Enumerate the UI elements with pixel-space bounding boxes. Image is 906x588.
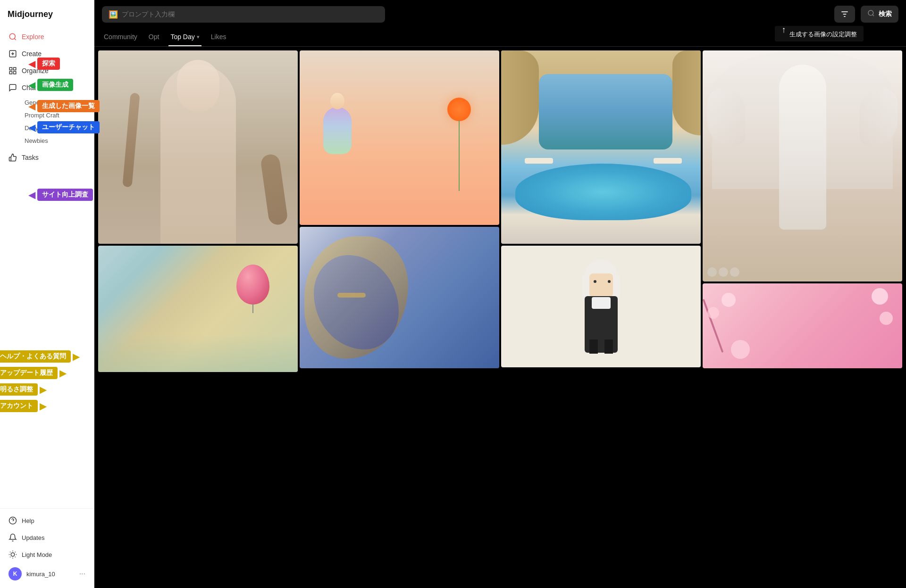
sidebar-item-help-label: Help [22,517,34,524]
account-username: kimura_10 [26,571,75,578]
tab-community[interactable]: Community [102,28,139,46]
svg-line-18 [10,557,10,557]
tasks-arrow: ◀ [28,189,35,200]
gallery-item-8[interactable] [703,283,902,368]
sidebar-item-explore-label: Explore [22,33,44,41]
sidebar-item-tasks[interactable]: Tasks [4,149,90,166]
help-icon [8,516,17,525]
help-arrow: ▶ [73,351,80,362]
svg-rect-7 [9,72,12,74]
create-arrow: ◀ [28,79,35,91]
chevron-down-icon: ▾ [197,34,200,40]
account-arrow: ▶ [40,400,47,412]
search-box[interactable]: 🖼️ [102,6,385,23]
tab-likes[interactable]: Likes [209,28,228,46]
avatar: K [8,567,22,580]
annot-explore: ◀ 探索 [28,58,60,70]
gallery-item-6[interactable] [300,227,499,368]
annot-tasks: ◀ サイト向上調査 [28,189,93,201]
svg-point-11 [11,553,15,556]
svg-line-19 [15,552,16,552]
main-content: 🖼️ 検索 ↑ 生成する画像の設定調整 Community Opt Top Da… [94,0,906,588]
annot-create: ◀ 画像生成 [28,79,73,91]
topbar-search-icon [867,9,875,19]
explore-arrow: ◀ [28,58,35,69]
gallery [94,47,906,588]
sidebar-nav: Explore Create Organize [0,27,94,508]
gallery-item-5[interactable] [98,246,298,372]
create-badge: 画像生成 [37,79,73,91]
tab-opt[interactable]: Opt [147,28,161,46]
svg-line-1 [14,38,16,40]
sidebar-item-lightmode[interactable]: Light Mode [4,547,90,563]
updates-icon [8,533,17,542]
account-menu-icon[interactable]: ··· [79,570,85,578]
chat-badge: ユーザーチャット [37,121,100,133]
explore-icon [8,33,17,41]
gallery-item-2[interactable] [300,50,499,225]
svg-line-15 [15,557,16,557]
organize-badge: 生成した画像一覧 [37,100,100,112]
sidebar-item-explore[interactable]: Explore [4,29,90,45]
search-label: 検索 [879,10,892,18]
filter-annotation: ↑ 生成する画像の設定調整 [775,26,864,41]
sidebar-item-tasks-label: Tasks [22,154,39,161]
lightmode-arrow: ▶ [40,384,47,395]
svg-rect-6 [14,67,16,70]
updates-arrow: ▶ [59,367,67,379]
annot-account: アカウント ▶ [0,400,47,412]
image-upload-icon: 🖼️ [109,10,118,19]
svg-rect-8 [14,72,16,74]
annot-lightmode: 明るさ調整 ▶ [0,383,47,396]
topbar: 🖼️ 検索 [94,0,906,28]
sub-newbies[interactable]: Newbies [20,135,90,147]
organize-arrow: ◀ [28,100,35,112]
sidebar-bottom: Help Updates Light Mode [0,508,94,588]
annot-organize: ◀ 生成した画像一覧 [28,100,100,112]
sidebar-item-help[interactable]: Help [4,513,90,529]
annot-help: ヘルプ・よくある質問 ▶ [0,350,80,363]
svg-line-14 [10,552,10,552]
chat-icon [8,83,17,92]
sidebar: Midjourney Explore Create [0,0,94,588]
lightmode-icon [8,550,17,559]
gallery-item-3[interactable] [501,50,701,244]
organize-icon [8,66,17,75]
logo: Midjourney [0,0,94,27]
updates-badge: アップデート履歴 [0,367,58,379]
gallery-item-7[interactable] [501,246,701,367]
chat-arrow: ◀ [28,122,35,133]
sidebar-item-updates[interactable]: Updates [4,530,90,546]
gallery-grid [98,50,902,372]
account-item[interactable]: K kimura_10 ··· [4,563,90,584]
lightmode-badge: 明るさ調整 [0,383,38,396]
create-icon [8,50,17,58]
tasks-icon [8,153,17,162]
tab-top-day[interactable]: Top Day ▾ [168,28,201,46]
gallery-item-4[interactable] [703,50,902,282]
explore-badge: 探索 [37,58,60,70]
tasks-badge: サイト向上調査 [37,189,93,201]
svg-point-23 [868,10,873,16]
account-badge: アカウント [0,400,38,412]
filter-button[interactable] [834,6,855,23]
help-badge: ヘルプ・よくある質問 [0,350,71,363]
sidebar-item-lightmode-label: Light Mode [22,551,52,558]
annot-chat: ◀ ユーザーチャット [28,121,100,133]
svg-rect-5 [9,67,12,70]
gallery-item-1[interactable] [98,50,298,244]
search-area[interactable]: 検索 [861,6,898,23]
sidebar-item-updates-label: Updates [22,534,44,541]
sidebar-item-create-label: Create [22,50,42,58]
svg-point-0 [9,33,15,39]
annot-updates: アップデート履歴 ▶ [0,367,67,379]
svg-line-24 [872,15,874,16]
search-input[interactable] [122,10,378,18]
